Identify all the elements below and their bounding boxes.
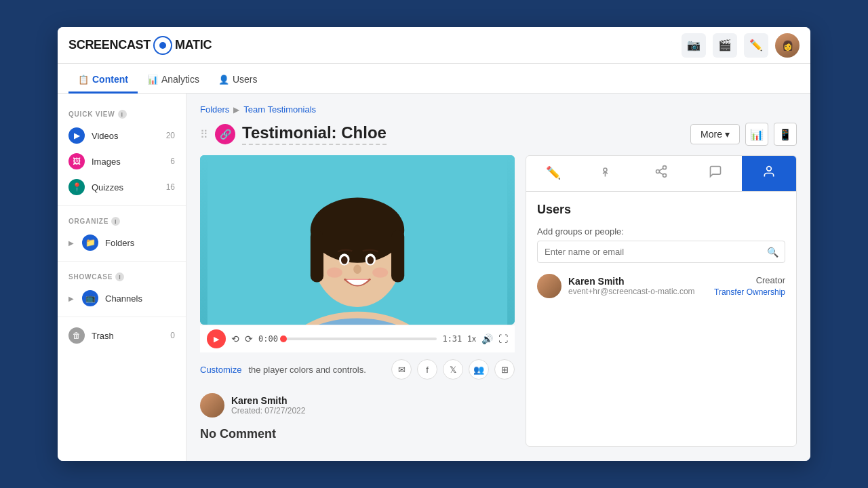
- user-info: Karen Smith event+hr@screencast-o-matic.…: [568, 276, 707, 296]
- images-icon: 🖼: [68, 153, 85, 169]
- search-icon: 🔍: [767, 247, 778, 258]
- quick-view-info-icon: i: [118, 110, 127, 119]
- nav-content-label: Content: [92, 74, 128, 85]
- speed-button[interactable]: 1x: [467, 334, 476, 344]
- rewind-button[interactable]: ⟲: [231, 333, 239, 344]
- tab-edit[interactable]: ✏️: [526, 156, 580, 191]
- video-player[interactable]: [200, 155, 515, 325]
- avatar-image: 👩: [775, 33, 800, 58]
- nav-users-label: Users: [233, 74, 258, 85]
- customize-link[interactable]: Customize: [200, 365, 241, 375]
- left-column: ▶ ⟲ ⟳ 0:00 1:31 1x 🔊 ⛶: [200, 155, 515, 447]
- customize-text: the player colors and controls.: [248, 365, 366, 375]
- channels-icon: 📺: [82, 290, 98, 306]
- breadcrumb: Folders ▶ Team Testimonials: [200, 104, 797, 115]
- email-share-button[interactable]: ✉: [391, 359, 412, 380]
- customize-row: Customize the player colors and controls…: [200, 352, 515, 386]
- images-label: Images: [92, 157, 163, 167]
- user-avatar[interactable]: 👩: [775, 33, 800, 58]
- more-chevron-icon: ▾: [725, 129, 730, 140]
- sidebar: QUICK VIEW i ▶ Videos 20 🖼 Images 6 📍 Qu…: [58, 94, 186, 461]
- breadcrumb-root[interactable]: Folders: [200, 104, 229, 115]
- showcase-info-icon: i: [115, 272, 124, 281]
- tab-captions[interactable]: [688, 156, 743, 191]
- captions-tab-icon: [709, 165, 722, 182]
- app-logo: SCREENCAST MATIC: [68, 36, 212, 55]
- transfer-ownership-link[interactable]: Transfer Ownership: [714, 287, 785, 297]
- analytics-chart-button[interactable]: 📊: [745, 123, 768, 146]
- svg-point-22: [767, 166, 772, 171]
- user-row-email: event+hr@screencast-o-matic.com: [568, 287, 707, 296]
- current-time: 0:00: [258, 334, 278, 344]
- title-actions: More ▾ 📊 📱: [690, 123, 797, 146]
- right-panel-tabs: ✏️: [526, 156, 796, 192]
- svg-line-20: [659, 172, 663, 174]
- nav-item-content[interactable]: 📋 Content: [68, 67, 138, 94]
- tab-users[interactable]: [742, 156, 796, 191]
- analytics-nav-icon: 📊: [147, 75, 158, 85]
- header-icons: 📷 🎬 ✏️ 👩: [682, 33, 800, 58]
- share-icons: ✉ f 𝕏 👥 ⊞: [391, 359, 515, 380]
- drag-handle-icon[interactable]: ⠿: [200, 128, 208, 141]
- svg-rect-8: [391, 230, 404, 283]
- breadcrumb-current[interactable]: Team Testimonials: [243, 104, 316, 115]
- svg-rect-7: [311, 230, 323, 283]
- people-search-input[interactable]: [537, 241, 785, 263]
- more-button[interactable]: More ▾: [690, 124, 740, 144]
- facebook-share-button[interactable]: f: [417, 359, 437, 380]
- svg-point-16: [604, 168, 607, 171]
- sidebar-item-folders[interactable]: ▶ 📁 Folders: [58, 230, 186, 256]
- right-panel: ✏️: [526, 155, 797, 447]
- screenshot-button[interactable]: 📷: [682, 33, 706, 58]
- app-header: SCREENCAST MATIC 📷 🎬 ✏️ 👩: [58, 27, 810, 64]
- nav-item-analytics[interactable]: 📊 Analytics: [138, 67, 209, 94]
- volume-button[interactable]: 🔊: [481, 333, 493, 344]
- tab-share[interactable]: [634, 156, 688, 191]
- mobile-view-button[interactable]: 📱: [774, 123, 797, 146]
- svg-point-11: [341, 256, 348, 264]
- sidebar-item-quizzes[interactable]: 📍 Quizzes 16: [58, 174, 186, 200]
- title-bar: ⠿ 🔗 Testimonial: Chloe More ▾ 📊 📱: [200, 123, 797, 146]
- page-title: Testimonial: Chloe: [242, 123, 387, 145]
- sidebar-item-videos[interactable]: ▶ Videos 20: [58, 123, 186, 148]
- progress-dot: [280, 336, 287, 342]
- quizzes-count: 16: [166, 182, 175, 192]
- svg-line-21: [659, 168, 663, 170]
- progress-bar[interactable]: [283, 338, 437, 340]
- user-row: Karen Smith event+hr@screencast-o-matic.…: [537, 274, 785, 298]
- breadcrumb-separator: ▶: [233, 105, 239, 115]
- skip-forward-button[interactable]: ⟳: [245, 333, 253, 344]
- video-button[interactable]: 🎬: [713, 33, 737, 58]
- group-share-button[interactable]: 👥: [469, 359, 489, 380]
- teams-share-button[interactable]: ⊞: [494, 359, 515, 380]
- fullscreen-button[interactable]: ⛶: [498, 333, 508, 344]
- users-nav-icon: 👤: [218, 75, 229, 85]
- user-role-column: Creator Transfer Ownership: [714, 275, 785, 298]
- edit-button[interactable]: ✏️: [744, 33, 768, 58]
- users-panel-title: Users: [537, 203, 785, 217]
- sidebar-item-trash[interactable]: 🗑 Trash 0: [58, 323, 186, 348]
- quick-view-title: QUICK VIEW i: [58, 104, 186, 123]
- edit-tab-icon: ✏️: [546, 165, 561, 180]
- play-button[interactable]: ▶: [207, 329, 226, 348]
- tab-interact[interactable]: [580, 156, 635, 191]
- main-content: Folders ▶ Team Testimonials ⠿ 🔗 Testimon…: [186, 94, 810, 461]
- svg-point-12: [367, 256, 374, 264]
- channels-label: Channels: [105, 293, 175, 304]
- sidebar-item-images[interactable]: 🖼 Images 6: [58, 148, 186, 174]
- svg-point-6: [311, 198, 404, 263]
- two-column-layout: ▶ ⟲ ⟳ 0:00 1:31 1x 🔊 ⛶: [200, 155, 797, 447]
- quizzes-icon: 📍: [68, 179, 85, 195]
- trash-count: 0: [170, 331, 175, 340]
- nav-item-users[interactable]: 👤 Users: [209, 67, 267, 94]
- person-svg: [200, 155, 515, 325]
- user-row-name: Karen Smith: [568, 276, 707, 287]
- sidebar-item-channels[interactable]: ▶ 📺 Channels: [58, 285, 186, 311]
- total-time: 1:31: [442, 334, 462, 344]
- twitter-share-button[interactable]: 𝕏: [443, 359, 463, 380]
- add-label: Add groups or people:: [537, 226, 785, 237]
- interact-tab-icon: [600, 165, 614, 182]
- svg-point-19: [663, 174, 666, 177]
- logo-text-part2: MATIC: [175, 38, 212, 52]
- images-count: 6: [170, 157, 175, 166]
